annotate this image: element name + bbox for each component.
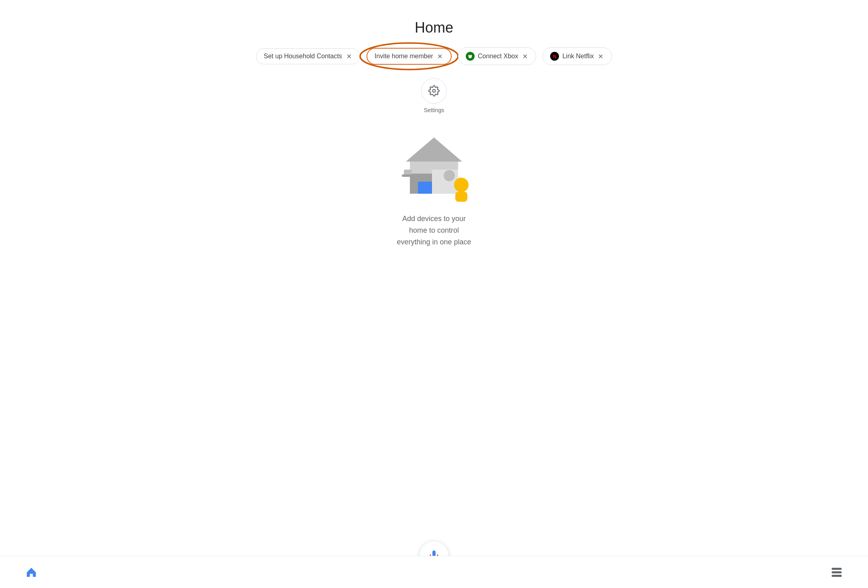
svg-point-9 <box>454 178 469 192</box>
chip-label: Link Netflix <box>562 53 594 60</box>
netflix-icon: N <box>550 52 559 61</box>
gear-icon <box>428 85 440 96</box>
bottom-navigation-bar <box>0 556 868 588</box>
svg-rect-10 <box>455 192 467 202</box>
chip-close-invite-home-member[interactable]: ✕ <box>436 53 444 60</box>
chip-close-link-netflix[interactable]: ✕ <box>597 53 604 60</box>
svg-rect-19 <box>839 575 841 576</box>
settings-button[interactable] <box>421 78 447 104</box>
chip-label: Invite home member <box>375 53 433 60</box>
chip-close-connect-xbox[interactable]: ✕ <box>521 53 528 60</box>
empty-state-text: Add devices to yourhome to controleveryt… <box>397 213 471 248</box>
menu-icon <box>831 566 843 578</box>
home-nav-button[interactable] <box>24 565 39 580</box>
svg-rect-17 <box>832 572 841 573</box>
xbox-icon <box>466 52 475 61</box>
chip-close-household-contacts[interactable]: ✕ <box>345 53 352 60</box>
svg-rect-12 <box>402 174 413 177</box>
menu-nav-button[interactable] <box>829 565 844 580</box>
chip-household-contacts[interactable]: Set up Household Contacts ✕ <box>256 48 360 64</box>
chip-link-netflix[interactable]: N Link Netflix ✕ <box>542 47 612 65</box>
house-illustration <box>390 129 478 202</box>
settings-area: Settings <box>421 78 447 113</box>
svg-point-8 <box>444 170 455 181</box>
svg-point-2 <box>433 90 436 92</box>
settings-label: Settings <box>424 107 444 113</box>
svg-marker-3 <box>406 137 462 162</box>
chip-label: Connect Xbox <box>478 53 518 60</box>
svg-rect-6 <box>418 182 432 194</box>
chip-connect-xbox[interactable]: Connect Xbox ✕ <box>458 47 536 65</box>
chip-invite-home-member[interactable]: Invite home member ✕ <box>366 48 452 65</box>
chip-label: Set up Household Contacts <box>264 53 342 60</box>
svg-rect-16 <box>832 568 841 570</box>
page-title: Home <box>415 19 453 36</box>
chips-row: Set up Household Contacts ✕ Invite home … <box>256 47 612 65</box>
home-icon <box>25 566 37 578</box>
